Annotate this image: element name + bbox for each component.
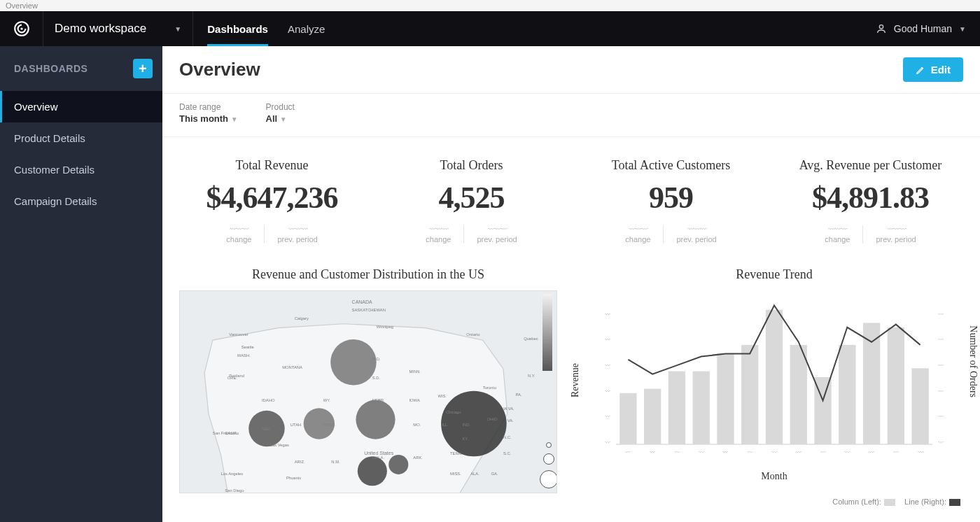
filter-bar: Date range This month ▼ Product All ▼ bbox=[162, 94, 980, 137]
svg-rect-88 bbox=[839, 345, 855, 444]
svg-text:Quebec: Quebec bbox=[524, 337, 538, 341]
kpi-title: Avg. Revenue per Customer bbox=[778, 158, 963, 173]
svg-text:CANADA: CANADA bbox=[352, 299, 373, 304]
map-chart: Revenue and Customer Distribution in the… bbox=[179, 267, 557, 506]
sidebar-item-customer-details[interactable]: Customer Details bbox=[0, 154, 162, 185]
trend-canvas[interactable]: Revenue Number of Orders 〰〰〰〰〰〰〰〰〰〰〰〰〰〰〰… bbox=[585, 290, 963, 493]
svg-text:〰: 〰 bbox=[771, 449, 778, 456]
svg-text:UTAH: UTAH bbox=[290, 423, 301, 427]
svg-text:ILL.: ILL. bbox=[442, 423, 449, 427]
svg-text:〰: 〰 bbox=[820, 449, 827, 456]
svg-text:〰: 〰 bbox=[938, 362, 944, 369]
filter-label: Product bbox=[266, 102, 295, 112]
kpi-card: Total Orders4,525〰〰〰change〰〰〰prev. perio… bbox=[379, 158, 564, 244]
legend-line-label: Line (Right): bbox=[904, 498, 946, 506]
svg-point-5 bbox=[330, 339, 376, 385]
tab-dashboards[interactable]: Dashboards bbox=[207, 11, 268, 46]
svg-text:〰: 〰 bbox=[844, 449, 850, 456]
sidebar-item-overview[interactable]: Overview bbox=[0, 91, 162, 122]
svg-text:IDAHO: IDAHO bbox=[262, 398, 275, 402]
svg-text:S.D.: S.D. bbox=[372, 376, 381, 380]
kpi-card: Total Active Customers959〰〰〰change〰〰〰pre… bbox=[578, 158, 764, 244]
chevron-down-icon: ▼ bbox=[174, 25, 181, 33]
trend-chart: Revenue Trend Revenue Number of Orders 〰… bbox=[585, 267, 963, 506]
svg-text:〰: 〰 bbox=[918, 449, 924, 456]
map-color-legend bbox=[542, 294, 552, 371]
chart-legend: Column (Left): Line (Right): bbox=[585, 498, 963, 506]
workspace-switcher[interactable]: Demo workspace ▼ bbox=[43, 11, 193, 46]
svg-text:Winnipeg: Winnipeg bbox=[377, 325, 393, 329]
svg-text:TEX.: TEX. bbox=[377, 492, 386, 493]
svg-text:〰: 〰 bbox=[938, 414, 944, 420]
svg-text:Calgary: Calgary bbox=[295, 316, 309, 320]
sidebar-title: DASHBOARDS bbox=[14, 63, 88, 74]
svg-text:〰: 〰 bbox=[938, 311, 944, 318]
svg-text:MO.: MO. bbox=[413, 423, 421, 427]
kpi-title: Total Orders bbox=[379, 158, 564, 173]
edit-label: Edit bbox=[931, 64, 951, 76]
svg-text:VA.: VA. bbox=[507, 418, 514, 423]
svg-point-9 bbox=[441, 391, 507, 457]
kpi-card: Total Revenue$4,647,236〰〰〰change〰〰〰prev.… bbox=[179, 158, 365, 244]
svg-text:MINN.: MINN. bbox=[409, 369, 421, 374]
svg-text:Phoenix: Phoenix bbox=[286, 476, 301, 480]
tab-analyze[interactable]: Analyze bbox=[288, 11, 325, 46]
filter-label: Date range bbox=[179, 102, 238, 112]
kpi-value: 959 bbox=[578, 180, 764, 216]
svg-rect-80 bbox=[741, 345, 758, 444]
svg-text:Chicago: Chicago bbox=[446, 410, 461, 414]
svg-point-1 bbox=[20, 27, 22, 29]
edit-button[interactable]: Edit bbox=[903, 57, 963, 82]
svg-text:〰: 〰 bbox=[605, 311, 611, 318]
svg-text:〰: 〰 bbox=[893, 449, 899, 456]
kpi-value: $4,647,236 bbox=[179, 180, 365, 216]
svg-text:〰: 〰 bbox=[938, 439, 944, 446]
filter-date-range[interactable]: Date range This month ▼ bbox=[179, 102, 238, 124]
svg-text:Ciudad Juárez: Ciudad Juárez bbox=[323, 492, 350, 493]
sidebar: DASHBOARDS + Overview Product Details Cu… bbox=[0, 46, 162, 522]
kpi-value: $4,891.83 bbox=[778, 180, 963, 216]
svg-text:〰: 〰 bbox=[605, 414, 611, 420]
app-logo[interactable] bbox=[0, 11, 43, 46]
svg-text:〰: 〰 bbox=[650, 449, 656, 456]
map-size-legend bbox=[540, 442, 557, 488]
svg-text:San Diego: San Diego bbox=[225, 488, 244, 493]
svg-rect-82 bbox=[766, 310, 783, 444]
add-dashboard-button[interactable]: + bbox=[133, 59, 153, 78]
svg-text:〰: 〰 bbox=[605, 337, 611, 343]
filter-product[interactable]: Product All ▼ bbox=[266, 102, 295, 124]
svg-text:WASH.: WASH. bbox=[237, 353, 251, 358]
svg-text:ARK.: ARK. bbox=[413, 456, 423, 460]
svg-text:NEBR.: NEBR. bbox=[372, 398, 385, 402]
svg-rect-72 bbox=[644, 389, 661, 444]
svg-text:ALA.: ALA. bbox=[470, 472, 479, 476]
svg-text:〰: 〰 bbox=[796, 449, 802, 456]
svg-text:S.C.: S.C. bbox=[503, 451, 512, 456]
svg-point-2 bbox=[879, 25, 883, 29]
chevron-down-icon: ▼ bbox=[280, 115, 287, 123]
main-content: Overview Edit Date range This month ▼ Pr… bbox=[162, 46, 980, 522]
sidebar-item-product-details[interactable]: Product Details bbox=[0, 122, 162, 154]
svg-text:Toronto: Toronto bbox=[483, 386, 496, 390]
svg-text:N.C.: N.C. bbox=[503, 435, 512, 439]
svg-point-6 bbox=[356, 400, 395, 439]
svg-text:OKLA.: OKLA. bbox=[372, 456, 385, 460]
trend-svg: 〰〰〰〰〰〰〰〰〰〰〰〰〰〰〰〰〰〰〰〰〰〰〰〰〰 bbox=[585, 290, 963, 465]
svg-text:OHIO: OHIO bbox=[487, 417, 498, 421]
svg-text:PA.: PA. bbox=[516, 393, 522, 397]
svg-text:〰: 〰 bbox=[625, 449, 631, 456]
svg-text:NEV.: NEV. bbox=[262, 427, 271, 431]
kpi-row: Total Revenue$4,647,236〰〰〰change〰〰〰prev.… bbox=[162, 137, 980, 260]
svg-text:〰: 〰 bbox=[869, 449, 875, 456]
svg-rect-74 bbox=[668, 372, 685, 445]
svg-text:TENN.: TENN. bbox=[450, 451, 463, 456]
svg-text:KY.: KY. bbox=[462, 437, 468, 441]
svg-text:Vancouver: Vancouver bbox=[229, 332, 248, 337]
filter-value: All bbox=[266, 113, 278, 124]
map-canvas[interactable]: United StatesMEXICOCANADAWASH.MONTANAORE… bbox=[179, 290, 557, 493]
svg-text:〰: 〰 bbox=[605, 439, 611, 446]
svg-text:SASKATCHEWAN: SASKATCHEWAN bbox=[352, 308, 386, 312]
sidebar-item-campaign-details[interactable]: Campaign Details bbox=[0, 185, 162, 217]
user-menu[interactable]: Good Human ▼ bbox=[862, 23, 980, 34]
svg-text:Seattle: Seattle bbox=[241, 345, 254, 349]
